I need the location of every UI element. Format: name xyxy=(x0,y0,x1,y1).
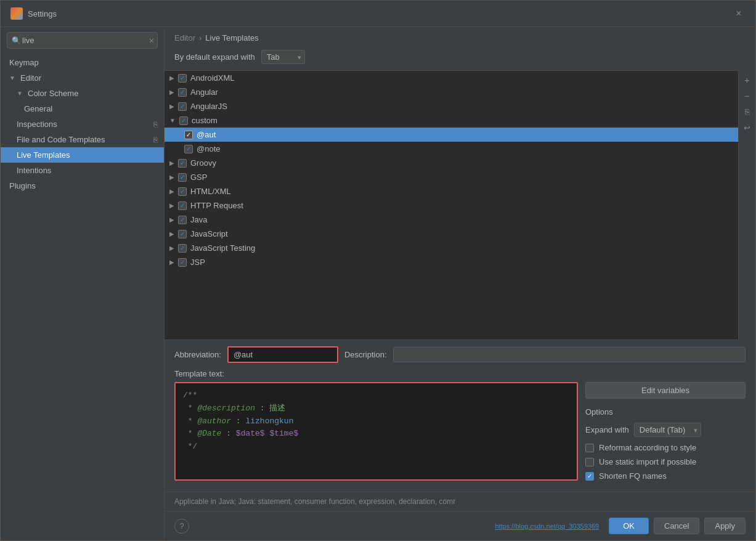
url-link[interactable]: https://blog.csdn.net/qq_30359369 xyxy=(495,523,599,530)
note-label: @note xyxy=(197,144,221,153)
java-checkbox[interactable] xyxy=(178,216,187,224)
sidebar-item-color-scheme[interactable]: ▼ Color Scheme xyxy=(1,86,164,101)
tpl-aut[interactable]: @aut xyxy=(165,128,738,142)
shorten-fq-checkbox[interactable] xyxy=(585,472,594,481)
htmlxml-name: HTML/XML xyxy=(190,187,231,196)
tpl-note[interactable]: @note xyxy=(165,142,738,156)
group-js[interactable]: ▶ JavaScript xyxy=(165,227,738,241)
reformat-option-row: Reformat according to style xyxy=(585,443,746,452)
editor-area: Abbreviation: Description: Template text… xyxy=(165,340,755,492)
jstesting-checkbox[interactable] xyxy=(178,244,187,253)
breadcrumb-editor: Editor xyxy=(174,33,195,43)
http-chevron: ▶ xyxy=(169,202,174,209)
live-templates-label: Live Templates xyxy=(17,150,70,160)
abbreviation-input[interactable] xyxy=(227,346,338,363)
angularjs-checkbox[interactable] xyxy=(178,102,187,111)
app-icon xyxy=(10,7,23,20)
groovy-checkbox[interactable] xyxy=(178,159,187,168)
custom-checkbox[interactable] xyxy=(179,116,188,125)
help-button[interactable]: ? xyxy=(174,519,189,534)
groovy-name: Groovy xyxy=(190,158,216,168)
abbreviation-row: Abbreviation: Description: xyxy=(174,346,746,363)
jsp-checkbox[interactable] xyxy=(178,258,187,267)
cancel-button[interactable]: Cancel xyxy=(654,518,699,534)
title-bar: Settings × xyxy=(1,1,755,27)
sidebar-item-plugins[interactable]: Plugins xyxy=(1,178,164,193)
expand-select[interactable]: Tab Enter Space xyxy=(261,50,305,64)
expand-with-row: Expand with Default (Tab) Tab Enter Spac… xyxy=(585,423,746,437)
description-input[interactable] xyxy=(393,347,746,362)
angular-checkbox[interactable] xyxy=(178,88,187,97)
close-button[interactable]: × xyxy=(732,7,746,20)
sidebar-item-inspections[interactable]: Inspections ⎘ xyxy=(1,116,164,132)
http-checkbox[interactable] xyxy=(178,201,187,210)
search-clear-icon[interactable]: × xyxy=(149,36,154,46)
editor-label: Editor xyxy=(20,73,41,83)
reformat-checkbox[interactable] xyxy=(585,444,594,452)
intentions-label: Intentions xyxy=(17,166,51,175)
expand-select-wrap: Tab Enter Space xyxy=(261,50,305,64)
title-bar-left: Settings xyxy=(10,7,57,20)
group-http[interactable]: ▶ HTTP Request xyxy=(165,198,738,213)
group-java[interactable]: ▶ Java xyxy=(165,213,738,227)
editor-and-options: /** * @description : 描述 * @author : lizh… xyxy=(174,382,746,486)
color-scheme-label: Color Scheme xyxy=(28,89,78,98)
copy-template-button[interactable]: ⎘ xyxy=(741,105,754,118)
group-custom[interactable]: ▼ custom xyxy=(165,113,738,128)
jstesting-name: JavaScript Testing xyxy=(190,243,255,253)
inspections-icon: ⎘ xyxy=(153,120,158,129)
remove-template-button[interactable]: − xyxy=(741,89,754,102)
group-jsp[interactable]: ▶ JSP xyxy=(165,255,738,269)
search-input[interactable] xyxy=(7,32,158,49)
inspections-label: Inspections xyxy=(17,120,57,129)
template-list-area: ▶ AndroidXML ▶ Angular ▶ AngularJS xyxy=(165,70,755,340)
revert-template-button[interactable]: ↩ xyxy=(741,121,754,134)
sidebar-item-general[interactable]: General xyxy=(1,101,164,116)
sidebar-item-editor[interactable]: ▼ Editor xyxy=(1,70,164,86)
htmlxml-checkbox[interactable] xyxy=(178,187,187,196)
js-name: JavaScript xyxy=(190,229,228,238)
static-import-checkbox[interactable] xyxy=(585,458,594,466)
add-template-button[interactable]: + xyxy=(741,73,754,86)
group-angular[interactable]: ▶ Angular xyxy=(165,85,738,99)
file-code-templates-label: File and Code Templates xyxy=(17,135,105,144)
gsp-name: GSP xyxy=(190,173,207,182)
js-checkbox[interactable] xyxy=(178,230,187,238)
shorten-fq-label: Shorten FQ names xyxy=(599,471,667,481)
gsp-checkbox[interactable] xyxy=(178,173,187,182)
group-groovy[interactable]: ▶ Groovy xyxy=(165,156,738,170)
gsp-chevron: ▶ xyxy=(169,174,174,181)
groovy-chevron: ▶ xyxy=(169,160,174,166)
static-import-option-row: Use static import if possible xyxy=(585,457,746,466)
androidxml-checkbox[interactable] xyxy=(178,74,187,83)
template-list: ▶ AndroidXML ▶ Angular ▶ AngularJS xyxy=(165,70,738,340)
jstesting-chevron: ▶ xyxy=(169,245,174,251)
breadcrumb-separator: › xyxy=(199,33,201,43)
group-htmlxml[interactable]: ▶ HTML/XML xyxy=(165,184,738,198)
androidxml-name: AndroidXML xyxy=(190,73,235,83)
code-line-4: * @Date : $date$ $time$ xyxy=(183,428,569,441)
group-angularjs[interactable]: ▶ AngularJS xyxy=(165,99,738,113)
dialog-body: 🔍 × Keymap ▼ Editor ▼ Color Scheme Gener… xyxy=(1,27,755,540)
dialog-title: Settings xyxy=(28,9,57,18)
group-gsp[interactable]: ▶ GSP xyxy=(165,170,738,184)
ok-button[interactable]: OK xyxy=(609,518,649,534)
expand-with-select[interactable]: Default (Tab) Tab Enter Space xyxy=(634,423,701,437)
apply-button[interactable]: Apply xyxy=(704,518,746,534)
sidebar-item-keymap[interactable]: Keymap xyxy=(1,55,164,70)
group-androidxml[interactable]: ▶ AndroidXML xyxy=(165,71,738,85)
search-box: 🔍 × xyxy=(7,32,158,49)
sidebar-item-live-templates[interactable]: Live Templates xyxy=(1,147,164,163)
custom-name: custom xyxy=(192,116,217,125)
shorten-fq-option-row: Shorten FQ names xyxy=(585,471,746,481)
code-editor[interactable]: /** * @description : 描述 * @author : lizh… xyxy=(174,382,578,481)
edit-variables-button[interactable]: Edit variables xyxy=(585,382,746,399)
aut-checkbox[interactable] xyxy=(184,131,193,139)
group-jstesting[interactable]: ▶ JavaScript Testing xyxy=(165,241,738,255)
expand-with-label: Expand with xyxy=(585,425,629,434)
sidebar-item-intentions[interactable]: Intentions xyxy=(1,163,164,178)
sidebar-item-file-code-templates[interactable]: File and Code Templates ⎘ xyxy=(1,132,164,147)
note-checkbox[interactable] xyxy=(184,145,193,153)
sidebar: 🔍 × Keymap ▼ Editor ▼ Color Scheme Gener… xyxy=(1,27,165,540)
breadcrumb: Editor › Live Templates xyxy=(165,27,755,47)
